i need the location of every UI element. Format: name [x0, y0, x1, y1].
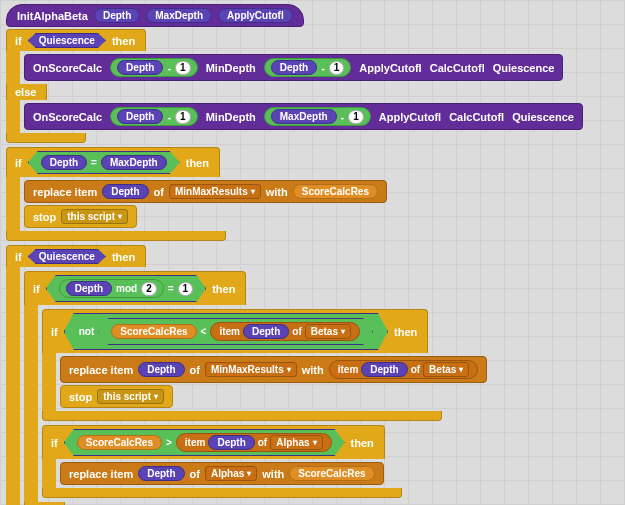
- not-op: not ScoreCalcRes < item Depth of Betas: [64, 313, 388, 350]
- if-not-less-betas[interactable]: if not ScoreCalcRes < item Depth of: [42, 309, 619, 423]
- replace-alphas[interactable]: replace item Depth of Alphas with ScoreC…: [60, 462, 384, 485]
- if-quiescence-2[interactable]: if Quiescence then if Depth mod 2 = 1: [6, 245, 619, 505]
- gt-op: ScoreCalcRes > item Depth of Alphas: [64, 429, 345, 456]
- eq-op: Depth = MaxDepth: [28, 151, 180, 174]
- replace-minmax-1[interactable]: replace item Depth of MinMaxResults with…: [24, 180, 387, 203]
- call-name: OnScoreCalc: [33, 62, 102, 74]
- dd-minmaxresults[interactable]: MinMaxResults: [169, 184, 261, 199]
- param-depth: Depth: [94, 8, 140, 23]
- item-alphas-1: item Depth of Alphas: [176, 433, 332, 452]
- kw-then: then: [112, 35, 135, 47]
- arg-calccutofl: CalcCutofl: [430, 62, 485, 74]
- if-quiescence-1[interactable]: if Quiescence then OnScoreCalc Depth - 1…: [6, 29, 619, 145]
- kw-if: if: [15, 35, 22, 47]
- hat-name: InitAlphaBeta: [17, 10, 88, 22]
- arg-applycutofl: ApplyCutofl: [359, 62, 421, 74]
- arg-mindepth: MinDepth: [206, 62, 256, 74]
- call-onscorecalc-2[interactable]: OnScoreCalc Depth - 1 MinDepth MaxDepth …: [24, 103, 583, 130]
- if-depth-eq-max[interactable]: if Depth = MaxDepth then replace item De…: [6, 147, 619, 243]
- if-gt-alphas[interactable]: if ScoreCalcRes > item Depth of Alphas: [42, 425, 619, 500]
- dd-this-script[interactable]: this script: [61, 209, 128, 224]
- arg-quiescence: Quiescence: [493, 62, 555, 74]
- depth-minus-1a: Depth - 1: [110, 58, 198, 77]
- item-betas-1: item Depth of Betas: [210, 322, 360, 341]
- define-hat[interactable]: InitAlphaBeta Depth MaxDepth ApplyCutofl: [6, 4, 304, 27]
- stop-2[interactable]: stop this script: [60, 385, 173, 408]
- param-maxdepth: MaxDepth: [146, 8, 212, 23]
- bool-quiescence: Quiescence: [28, 33, 106, 48]
- lt-op: ScoreCalcRes < item Depth of Betas: [98, 318, 373, 345]
- param-applycutofl: ApplyCutofl: [218, 8, 293, 23]
- replace-minmax-2[interactable]: replace item Depth of MinMaxResults with…: [60, 356, 487, 383]
- if-depth-mod2[interactable]: if Depth mod 2 = 1 then: [24, 271, 619, 505]
- item-betas-2: item Depth of Betas: [329, 360, 479, 379]
- stop-1[interactable]: stop this script: [24, 205, 137, 228]
- depth-minus-1b: Depth - 1: [264, 58, 352, 77]
- mod-eq-op: Depth mod 2 = 1: [46, 275, 206, 302]
- call-onscorecalc-1[interactable]: OnScoreCalc Depth - 1 MinDepth Depth - 1…: [24, 54, 563, 81]
- kw-else: else: [15, 86, 36, 98]
